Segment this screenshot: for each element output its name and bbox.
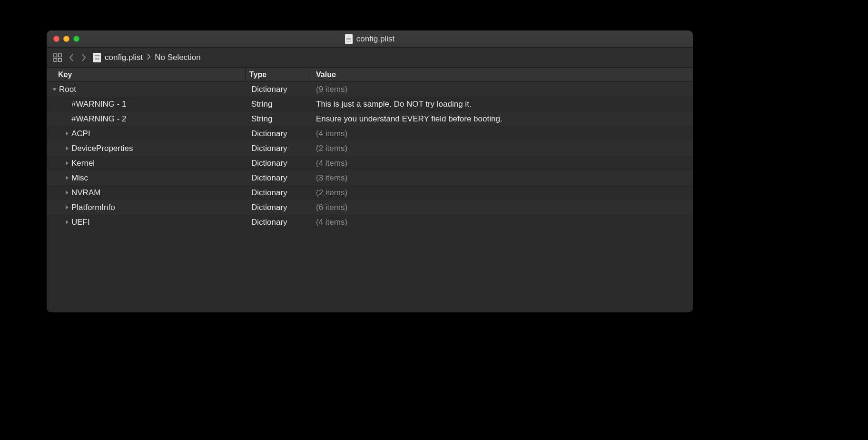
plist-type[interactable]: Dictionary — [246, 170, 312, 185]
svg-rect-3 — [59, 58, 62, 61]
table-row[interactable]: UEFIDictionary(4 items) — [47, 215, 693, 230]
plist-key[interactable]: Misc — [71, 173, 88, 183]
plist-type[interactable]: Dictionary — [246, 200, 312, 215]
chevron-right-icon — [147, 53, 151, 62]
plist-key[interactable]: DeviceProperties — [71, 144, 133, 153]
plist-value: (9 items) — [312, 82, 693, 97]
table-body: RootDictionary(9 items)#WARNING - 1Strin… — [47, 82, 693, 312]
plist-value: (2 items) — [312, 141, 693, 156]
disclosure-triangle-icon[interactable] — [64, 131, 69, 137]
table-row[interactable]: KernelDictionary(4 items) — [47, 156, 693, 170]
disclosure-triangle-icon[interactable] — [64, 205, 69, 210]
plist-type[interactable]: String — [246, 111, 312, 126]
plist-value: (4 items) — [312, 126, 693, 141]
traffic-lights — [53, 36, 79, 42]
nav-forward-button[interactable] — [81, 53, 87, 62]
window-title: config.plist — [47, 34, 693, 44]
breadcrumb: config.plist No Selection — [93, 53, 201, 62]
plist-value[interactable]: This is just a sample. Do NOT try loadin… — [312, 97, 693, 111]
zoom-window-button[interactable] — [73, 36, 79, 42]
plist-value: (2 items) — [312, 185, 693, 200]
plist-type[interactable]: Dictionary — [246, 156, 312, 170]
disclosure-triangle-icon[interactable] — [64, 190, 69, 196]
nav-back-button[interactable] — [69, 53, 74, 62]
plist-key[interactable]: UEFI — [71, 218, 90, 227]
document-icon — [345, 34, 353, 44]
svg-rect-2 — [54, 58, 57, 61]
plist-value[interactable]: Ensure you understand EVERY field before… — [312, 111, 693, 126]
column-header-key[interactable]: Key — [47, 68, 246, 81]
breadcrumb-file[interactable]: config.plist — [105, 53, 143, 62]
plist-value: (6 items) — [312, 200, 693, 215]
document-icon — [93, 53, 101, 62]
plist-type[interactable]: Dictionary — [246, 141, 312, 156]
table-row[interactable]: MiscDictionary(3 items) — [47, 170, 693, 185]
plist-key[interactable]: #WARNING - 1 — [71, 100, 127, 109]
plist-key[interactable]: ACPI — [71, 129, 90, 139]
table-row[interactable]: RootDictionary(9 items) — [47, 82, 693, 97]
svg-rect-1 — [59, 54, 62, 57]
plist-key[interactable]: Kernel — [71, 159, 95, 168]
table-row[interactable]: NVRAMDictionary(2 items) — [47, 185, 693, 200]
column-header-value[interactable]: Value — [312, 68, 693, 81]
plist-type[interactable]: Dictionary — [246, 82, 312, 97]
plist-key[interactable]: Root — [59, 85, 76, 94]
titlebar: config.plist — [47, 30, 693, 48]
disclosure-triangle-icon[interactable] — [51, 87, 57, 92]
disclosure-triangle-icon[interactable] — [64, 220, 69, 225]
editor-window: config.plist config.plist No Selection K… — [47, 30, 693, 312]
table-row[interactable]: PlatformInfoDictionary(6 items) — [47, 200, 693, 215]
table-row[interactable]: #WARNING - 2StringEnsure you understand … — [47, 111, 693, 126]
window-title-text: config.plist — [356, 34, 395, 44]
disclosure-triangle-icon[interactable] — [64, 146, 69, 151]
table-row[interactable]: #WARNING - 1StringThis is just a sample.… — [47, 97, 693, 111]
plist-type[interactable]: Dictionary — [246, 126, 312, 141]
plist-key[interactable]: PlatformInfo — [71, 203, 115, 212]
plist-value: (4 items) — [312, 156, 693, 170]
plist-type[interactable]: Dictionary — [246, 185, 312, 200]
plist-value: (4 items) — [312, 215, 693, 230]
disclosure-triangle-icon[interactable] — [64, 160, 69, 166]
svg-rect-0 — [54, 54, 57, 57]
close-window-button[interactable] — [53, 36, 59, 42]
plist-type[interactable]: String — [246, 97, 312, 111]
minimize-window-button[interactable] — [63, 36, 69, 42]
column-header-type[interactable]: Type — [246, 68, 312, 81]
related-items-button[interactable] — [53, 53, 62, 62]
plist-key[interactable]: NVRAM — [71, 188, 100, 198]
breadcrumb-selection: No Selection — [155, 53, 200, 62]
plist-type[interactable]: Dictionary — [246, 215, 312, 230]
table-row[interactable]: ACPIDictionary(4 items) — [47, 126, 693, 141]
plist-value: (3 items) — [312, 170, 693, 185]
table-header: Key Type Value — [47, 68, 693, 82]
table-row[interactable]: DevicePropertiesDictionary(2 items) — [47, 141, 693, 156]
plist-key[interactable]: #WARNING - 2 — [71, 114, 127, 124]
toolbar: config.plist No Selection — [47, 48, 693, 68]
disclosure-triangle-icon[interactable] — [64, 175, 69, 181]
